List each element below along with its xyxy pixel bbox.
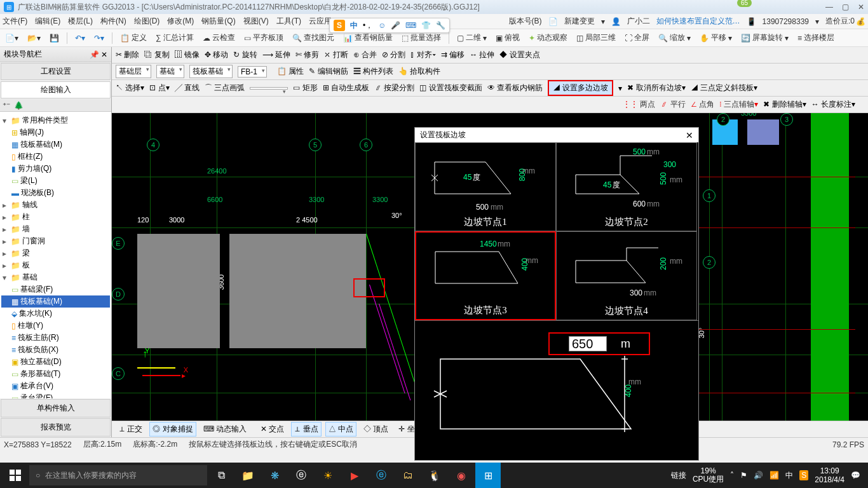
slope-node-2[interactable]: 500mm 45度 600mm 300 500mm 边坡节点2: [556, 142, 697, 231]
user-name[interactable]: 广小二: [627, 16, 650, 27]
ime-skin-icon[interactable]: 👕: [421, 21, 431, 30]
category-dropdown[interactable]: 基础: [156, 65, 184, 78]
tree-f-negbar[interactable]: 筏板负筋(X): [18, 344, 58, 355]
tree-shearwall[interactable]: 剪力墙(Q): [18, 163, 51, 174]
define-button[interactable]: 📋 定义: [118, 31, 149, 44]
type-dropdown[interactable]: 筏板基础: [189, 65, 233, 78]
tab-single-input[interactable]: 单构件输入: [1, 399, 111, 417]
snap-intersect[interactable]: ✕ 交点: [257, 422, 287, 437]
ime-keyboard-icon[interactable]: ⌨: [405, 21, 416, 30]
trim-button[interactable]: ✄ 修剪: [295, 50, 319, 60]
ime-toolbar[interactable]: S 中 •， ☺ 🎤 ⌨ 👕 🔧: [329, 18, 450, 33]
start-button[interactable]: [3, 463, 28, 488]
tree-root[interactable]: 常用构件类型: [22, 115, 68, 126]
tab-project-settings[interactable]: 工程设置: [1, 63, 111, 80]
menu-version[interactable]: 版本号(B): [509, 16, 542, 27]
pan-button[interactable]: ✋ 平移▾: [697, 31, 735, 44]
ime-punct-icon[interactable]: •，: [363, 20, 373, 31]
set-section-button[interactable]: ◫ 设置筏板变截面: [419, 83, 482, 93]
snap-apex[interactable]: ◇ 顶点: [360, 422, 391, 437]
redo-icon[interactable]: ↷▾: [92, 32, 107, 44]
tree-n-col[interactable]: 柱: [22, 212, 30, 222]
tree-f-mainbar[interactable]: 筏板主筋(R): [18, 332, 59, 343]
edge-icon[interactable]: ⓔ: [288, 463, 314, 488]
tree-f-raft[interactable]: 筏板基础(M): [20, 296, 62, 307]
app-icon-4[interactable]: ◉: [449, 463, 474, 488]
expand-icon[interactable]: ⁺⁻: [3, 101, 10, 110]
active-app-icon[interactable]: ⊞: [475, 463, 501, 488]
tree-f-capbeam[interactable]: 承台梁(F): [20, 393, 53, 398]
explorer2-icon[interactable]: 🗂: [395, 463, 421, 488]
tree-n-opening[interactable]: 门窗洞: [22, 236, 45, 247]
arc3-button[interactable]: ⌒ 三点画弧: [205, 83, 245, 93]
tray-flag-icon[interactable]: ⚑: [740, 471, 747, 480]
menu-rebar[interactable]: 钢筋量(Q): [201, 16, 235, 27]
tree-f-cap[interactable]: 桩承台(V): [20, 381, 53, 391]
len-dim-button[interactable]: ↔ 长度标注▾: [811, 99, 855, 110]
find-graph-button[interactable]: 🔍 查找图元: [290, 31, 337, 44]
slope-node-4[interactable]: 300mm 200mm 边坡节点4: [556, 231, 697, 320]
two-point-button[interactable]: ⋮⋮ 两点: [623, 99, 655, 110]
menu-cloud[interactable]: 云应用: [309, 16, 332, 27]
parallel-button[interactable]: ⫽ 平行: [660, 99, 685, 110]
ie-icon[interactable]: ⓔ: [369, 463, 394, 488]
tray-network-icon[interactable]: 📶: [770, 471, 779, 480]
new-icon[interactable]: 📄▾: [3, 32, 21, 44]
edit-rebar-button[interactable]: ✎ 编辑钢筋: [309, 66, 348, 77]
menu-component[interactable]: 构件(N): [100, 16, 126, 27]
ime-lang[interactable]: 中: [350, 20, 358, 31]
menu-floor[interactable]: 楼层(L): [68, 16, 93, 27]
tray-lang[interactable]: 中: [785, 470, 793, 481]
floor-dropdown[interactable]: 基础层: [116, 65, 151, 78]
move-button[interactable]: ✥ 移动: [205, 50, 228, 60]
tree-icon[interactable]: 🌲: [14, 101, 24, 110]
tray-clock[interactable]: 13:09 2018/4/4: [815, 466, 844, 485]
angle-button[interactable]: ∠ 点角: [691, 99, 714, 110]
snap-perp[interactable]: ⊥ 垂点: [291, 422, 321, 437]
app-icon-2[interactable]: ☀: [315, 463, 341, 488]
ime-emoji-icon[interactable]: ☺: [378, 21, 386, 30]
tab-report-preview[interactable]: 报表预览: [1, 418, 111, 437]
open-icon[interactable]: 📂▾: [25, 32, 43, 44]
overlook-button[interactable]: ▣ 俯视: [493, 31, 522, 44]
mirror-button[interactable]: ⿲ 镜像: [175, 50, 200, 60]
cancel-slope-button[interactable]: ✖ 取消所有边坡▾: [627, 83, 685, 93]
three-point-button[interactable]: ◢ 三点定义斜筏板▾: [691, 83, 757, 93]
snap-dyninput[interactable]: ⌨ 动态输入: [200, 422, 250, 437]
extend-button[interactable]: ⟶ 延伸: [262, 50, 290, 60]
cloud-check-button[interactable]: ☁ 云检查: [200, 31, 238, 44]
tray-sogou-icon[interactable]: S: [799, 470, 808, 480]
component-list-button[interactable]: ☰ 构件列表: [353, 66, 393, 77]
merge-button[interactable]: ⊕ 合并: [353, 50, 377, 60]
help-link[interactable]: 如何快速布置自定义范…: [656, 16, 740, 27]
menu-modify[interactable]: 修改(M): [167, 16, 194, 27]
set-clip-button[interactable]: ◆ 设置夹点: [499, 50, 539, 60]
tree-f-strip[interactable]: 条形基础(T): [20, 369, 60, 379]
qq-icon[interactable]: 🐧: [422, 463, 447, 488]
screen-rotate-button[interactable]: 🔄 屏幕旋转▾: [738, 31, 791, 44]
set-multi-slope-button[interactable]: ◢ 设置多边边坡: [548, 80, 613, 96]
component-tree[interactable]: ▾📁常用构件类型 ⊞轴网(J) ▦筏板基础(M) ▯框柱(Z) ▮剪力墙(Q) …: [0, 112, 111, 398]
instance-dropdown[interactable]: FB-1: [238, 66, 267, 78]
tray-volume-icon[interactable]: 🔊: [754, 471, 763, 480]
tree-n-slab[interactable]: 板: [22, 260, 30, 271]
snap-mid[interactable]: △ 中点: [325, 422, 356, 437]
align-button[interactable]: ⫿ 对齐▾: [410, 50, 435, 60]
ime-voice-icon[interactable]: 🎤: [391, 21, 400, 30]
close-icon[interactable]: ✕: [858, 3, 864, 11]
tray-up-icon[interactable]: ˄: [730, 471, 734, 480]
tree-n-found[interactable]: 基础: [22, 272, 37, 283]
menu-tools[interactable]: 工具(T): [276, 16, 301, 27]
split-button[interactable]: ⊘ 分割: [382, 50, 405, 60]
rect-button[interactable]: ▭ 矩形: [293, 83, 317, 93]
pick-button[interactable]: 👆 拾取构件: [398, 66, 440, 77]
delete-button[interactable]: ✂ 删除: [116, 50, 139, 60]
system-tray[interactable]: 链接 19% CPU使用 ˄ ⚑ 🔊 📶 中 S 13:09 2018/4/4 …: [671, 466, 865, 485]
minimize-icon[interactable]: —: [825, 3, 833, 11]
snap-ortho[interactable]: ⊥ 正交: [116, 422, 146, 437]
props-button[interactable]: 📋 属性: [277, 66, 304, 77]
task-view-icon[interactable]: ⧉: [208, 463, 234, 488]
menu-edit[interactable]: 编辑(E): [35, 16, 60, 27]
tree-castslab[interactable]: 现浇板(B): [21, 187, 54, 198]
2d-button[interactable]: ▢ 二维▾: [454, 31, 489, 44]
